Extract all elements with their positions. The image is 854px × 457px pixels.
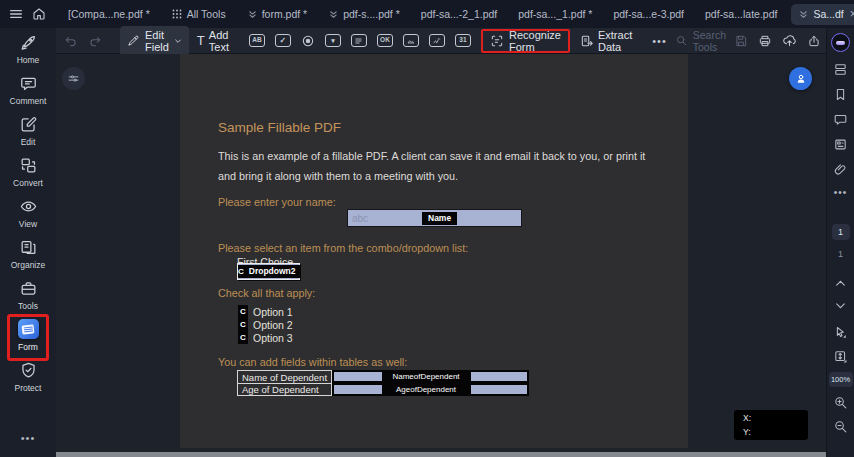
form-icon — [18, 319, 39, 339]
dropdown-field[interactable]: C Dropdown2 — [237, 263, 300, 280]
field-type-badge: C — [238, 305, 248, 318]
select-tool-button[interactable] — [833, 325, 848, 340]
pdf-editor-window: [Compa...ne.pdf * All Tools form.pdf * p… — [0, 0, 854, 457]
next-page-button[interactable] — [834, 299, 847, 312]
pdf-page: Sample Fillable PDF This is an example o… — [180, 54, 688, 448]
extract-data-button[interactable]: Extract Data — [578, 27, 634, 55]
image-field-tool-button[interactable] — [401, 32, 421, 49]
previous-page-button[interactable] — [834, 277, 847, 290]
sidebar-item-organize[interactable]: Organize — [0, 233, 56, 274]
table-prompt: You can add fields within tables as well… — [218, 356, 407, 368]
row-caption: Age of Dependent — [237, 383, 332, 396]
y-coordinate-label: Y: — [743, 427, 799, 437]
comments-panel-icon[interactable] — [833, 112, 848, 127]
home-button[interactable] — [31, 5, 47, 23]
dropdown-tool-button[interactable]: ▾ — [323, 32, 343, 49]
recognize-form-highlight: Recognize Form — [481, 29, 570, 53]
tab-close-icon[interactable]: × — [850, 8, 854, 20]
fit-page-tool-button[interactable] — [833, 349, 848, 364]
table-text-field[interactable] — [334, 372, 382, 381]
left-navigation-sidebar: Home Comment Edit Convert View Organize … — [0, 28, 56, 457]
checkbox-tool-button[interactable]: ✓ — [273, 32, 293, 49]
sidebar-item-view[interactable]: View — [0, 192, 56, 233]
search-tools[interactable]: Search Tools — [675, 29, 726, 53]
checkbox-option[interactable]: C Option 2 — [238, 318, 293, 331]
attachments-panel-icon[interactable] — [833, 162, 848, 177]
edit-field-icon — [127, 34, 140, 47]
date-field-tool-button[interactable]: 31 — [453, 32, 473, 49]
button-tool-button[interactable]: OK — [375, 32, 395, 49]
document-tab[interactable]: pdf-sa...late.pdf — [698, 4, 784, 25]
add-text-label: Add Text — [209, 29, 229, 53]
radio-button-tool-button[interactable] — [299, 32, 317, 50]
save-button[interactable] — [732, 32, 750, 50]
sidebar-item-convert[interactable]: Convert — [0, 151, 56, 192]
sidebar-item-protect[interactable]: Protect — [0, 356, 56, 397]
horizontal-scrollbar[interactable] — [56, 452, 826, 457]
sidebar-item-form[interactable]: Form — [0, 315, 56, 356]
document-tab[interactable]: pdf-sa...-2_1.pdf — [414, 4, 504, 25]
table-row: Name of Dependent NameofDependent — [237, 370, 529, 383]
ai-assistant-button[interactable] — [831, 33, 850, 52]
pinned-document-tab[interactable]: [Compa...ne.pdf * — [61, 4, 157, 25]
document-heading: Sample Fillable PDF — [218, 120, 341, 135]
add-text-button[interactable]: T Add Text — [195, 27, 231, 55]
form-assistant-fab[interactable] — [789, 67, 812, 90]
sidebar-item-home[interactable]: Home — [0, 28, 56, 69]
field-name-tag: Name — [422, 212, 457, 225]
dependents-table: Name of Dependent NameofDependent Age of… — [237, 370, 529, 396]
share-button[interactable] — [805, 32, 823, 50]
sidebar-item-label: Edit — [21, 137, 36, 147]
grid-icon — [171, 8, 183, 20]
recognize-form-button[interactable]: Recognize Form — [488, 27, 563, 55]
sidebar-item-comment[interactable]: Comment — [0, 69, 56, 110]
zoom-level-badge[interactable]: 100% — [829, 372, 853, 387]
zoom-in-button[interactable] — [833, 395, 848, 410]
home-icon — [31, 6, 47, 22]
search-icon — [675, 34, 688, 47]
document-paragraph: This is an example of a fillable PDF. A … — [218, 147, 666, 187]
sidebar-more-button[interactable]: ••• — [0, 432, 56, 444]
panel-more-button[interactable]: ••• — [834, 187, 848, 198]
edit-field-button[interactable]: Edit Field — [120, 26, 189, 56]
printer-icon — [758, 34, 772, 48]
text-field-icon: AB — [249, 34, 265, 47]
document-tab-active[interactable]: Sa...df × — [791, 4, 854, 25]
sidebar-item-edit[interactable]: Edit — [0, 110, 56, 151]
name-prompt: Please enter your name: — [218, 196, 336, 208]
current-page-input[interactable]: 1 — [832, 224, 850, 240]
list-box-icon — [351, 34, 367, 47]
list-box-tool-button[interactable] — [349, 32, 369, 49]
briefcase-icon — [19, 279, 38, 298]
thumbnails-panel-icon[interactable] — [833, 62, 848, 77]
document-tab[interactable]: pdf-sa..._1.pdf * — [511, 4, 599, 25]
form-fields-panel-icon[interactable] — [833, 137, 848, 152]
comment-icon — [19, 74, 38, 93]
table-text-field[interactable] — [334, 385, 382, 394]
sliders-icon — [67, 72, 80, 85]
text-field-tool-button[interactable]: AB — [247, 32, 267, 49]
main-menu-button[interactable] — [8, 5, 24, 23]
upload-cloud-button[interactable] — [780, 31, 799, 50]
zoom-out-button[interactable] — [833, 419, 848, 434]
redo-button[interactable] — [86, 32, 104, 50]
table-text-field[interactable] — [471, 372, 527, 381]
document-tab[interactable]: pdf-sa...e-3.pdf — [606, 4, 691, 25]
checkbox-option[interactable]: C Option 1 — [238, 305, 293, 318]
all-tools-tab[interactable]: All Tools — [164, 4, 233, 25]
checkbox-option[interactable]: C Option 3 — [238, 331, 293, 344]
search-tools-label: Search Tools — [693, 29, 726, 53]
view-settings-fab[interactable] — [62, 67, 85, 90]
toolbar-more-button[interactable]: ••• — [650, 33, 669, 49]
document-tab[interactable]: form.pdf * — [240, 4, 315, 25]
print-button[interactable] — [756, 32, 774, 50]
tab-label: pdf-sa...e-3.pdf — [613, 8, 684, 20]
document-tab[interactable]: pdf-s....pdf * — [321, 4, 407, 25]
signature-field-tool-button[interactable] — [427, 32, 447, 49]
undo-button[interactable] — [62, 32, 80, 50]
document-viewer: Sample Fillable PDF This is an example o… — [56, 54, 826, 457]
bookmarks-panel-icon[interactable] — [833, 87, 848, 102]
table-text-field[interactable] — [471, 385, 527, 394]
name-text-field[interactable]: abc Name — [347, 209, 522, 227]
sidebar-item-tools[interactable]: Tools — [0, 274, 56, 315]
